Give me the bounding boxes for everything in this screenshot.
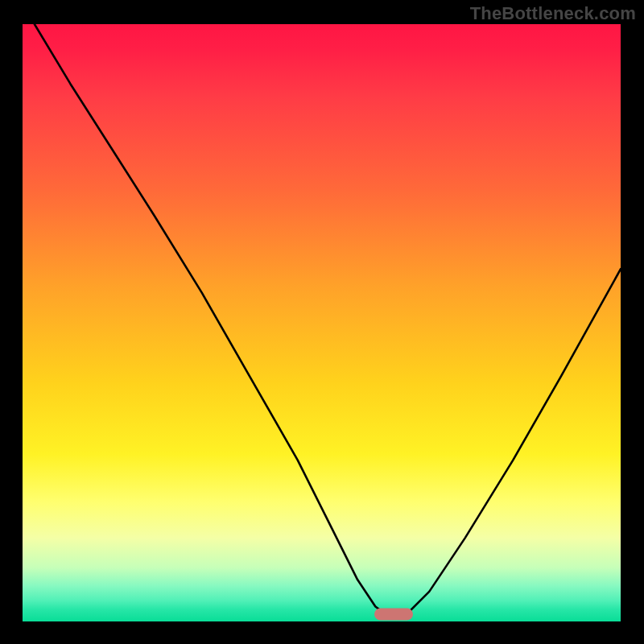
chart-frame: TheBottleneck.com xyxy=(0,0,644,644)
curve-layer xyxy=(23,24,621,621)
watermark-text: TheBottleneck.com xyxy=(470,3,636,24)
bottleneck-curve-path xyxy=(35,24,621,617)
plot-area xyxy=(23,24,621,621)
optimal-marker xyxy=(374,609,413,621)
